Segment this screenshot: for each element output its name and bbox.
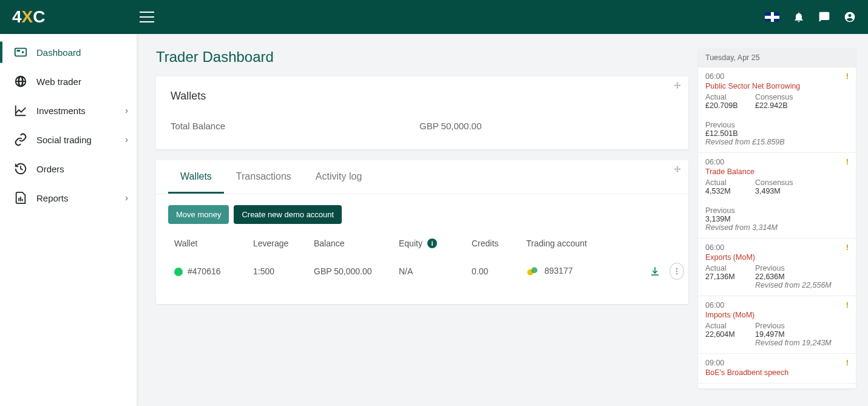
event-metric-value: 22,636M (755, 272, 832, 281)
total-balance-label: Total Balance (171, 121, 419, 131)
svg-point-10 (676, 273, 677, 274)
move-card-icon[interactable] (673, 81, 682, 93)
more-actions-icon[interactable] (670, 263, 684, 280)
event-metric-label: Consensus (755, 178, 794, 187)
event-metric-label: Actual (705, 93, 744, 101)
status-dot-icon (174, 268, 183, 276)
create-demo-account-button[interactable]: Create new demo account (234, 205, 342, 224)
calendar-event[interactable]: 12:55!Redbook Index (YoY)Previous1.1% (698, 384, 856, 388)
download-icon[interactable] (648, 263, 662, 280)
calendar-event[interactable]: 06:00!Exports (MoM)Actual27,136MPrevious… (698, 239, 856, 296)
cell-wallet: #470616 (174, 266, 253, 276)
tab-activity-log[interactable]: Activity log (303, 160, 374, 194)
event-time: 06:00 (705, 243, 724, 252)
sidebar-item-orders[interactable]: Orders (0, 154, 137, 183)
topbar-right (765, 11, 856, 23)
report-icon (13, 191, 28, 205)
page-title: Trader Dashboard (156, 49, 688, 66)
event-metric-value: 27,136M (705, 272, 744, 281)
event-metric: Actual4,532M (705, 178, 744, 195)
importance-icon: ! (846, 301, 849, 310)
event-metric-label: Actual (705, 264, 744, 272)
tab-transactions[interactable]: Transactions (224, 160, 303, 194)
th-leverage: Leverage (253, 239, 314, 248)
event-metric: Actual22,604M (705, 322, 744, 347)
event-time: 06:00 (705, 158, 724, 166)
info-icon[interactable]: i (427, 239, 437, 248)
event-metric-label: Consensus (755, 93, 794, 101)
event-metric-value: 19,497M (755, 330, 832, 339)
content-area: Trader Dashboard Wallets Total Balance G… (137, 34, 868, 406)
wallets-summary-card: Wallets Total Balance GBP 50,000.00 (156, 76, 688, 149)
event-metric-value: £22.942B (755, 101, 794, 110)
event-metric-value: £20.709B (705, 101, 744, 110)
wallets-tabs-card: Wallets Transactions Activity log Move m… (156, 160, 688, 304)
sidebar-item-investments[interactable]: Investments› (0, 96, 137, 125)
calendar-event[interactable]: 06:00!Trade BalanceActual4,532MConsensus… (698, 153, 856, 239)
svg-point-9 (676, 271, 677, 272)
table-header: Wallet Leverage Balance Equity i Credits… (168, 234, 676, 257)
sidebar-item-reports[interactable]: Reports› (0, 183, 137, 212)
importance-icon: ! (846, 72, 849, 81)
sidebar-item-label: Reports (36, 193, 69, 203)
account-icon[interactable] (844, 11, 856, 23)
chevron-right-icon: › (125, 193, 128, 203)
svg-rect-3 (18, 198, 19, 201)
svg-rect-4 (20, 197, 21, 201)
table-row: #4706161:500GBP 50,000.00N/A0.00893177 (168, 257, 676, 286)
event-metric-revised: Revised from 19,243M (755, 339, 832, 347)
event-metric-label: Previous (705, 206, 778, 215)
sidebar-item-dashboard[interactable]: Dashboard (0, 38, 137, 67)
sidebar-item-label: Investments (36, 106, 86, 116)
cell-trading-account: 893177 (526, 265, 648, 277)
chat-icon[interactable] (818, 11, 830, 23)
tabs: Wallets Transactions Activity log (156, 160, 688, 194)
menu-toggle-icon[interactable] (140, 12, 154, 22)
move-money-button[interactable]: Move money (168, 205, 229, 224)
notifications-icon[interactable] (793, 11, 805, 23)
event-metric: Previous19,497MRevised from 19,243M (755, 322, 832, 347)
move-card-icon[interactable] (673, 165, 682, 177)
calendar-event[interactable]: 09:00!BoE's Broadbent speech (698, 354, 856, 384)
svg-rect-0 (15, 49, 26, 56)
link-icon (13, 133, 28, 146)
event-time: 06:00 (705, 72, 724, 81)
event-metric: Previous3,139MRevised from 3,314M (705, 206, 778, 232)
event-metric: Actual£20.709B (705, 93, 744, 110)
svg-point-7 (531, 267, 537, 273)
event-metric-revised: Revised from £15.859B (705, 138, 785, 146)
sidebar-item-web-trader[interactable]: Web trader (0, 67, 137, 96)
event-metric-value: 3,493M (755, 187, 794, 195)
event-metric-value: 3,139M (705, 215, 778, 223)
tab-wallets[interactable]: Wallets (168, 160, 224, 194)
event-title: Imports (MoM) (705, 311, 849, 319)
svg-point-8 (676, 268, 677, 269)
event-time: 06:00 (705, 301, 724, 310)
event-metric-value: £12.501B (705, 129, 785, 138)
event-metric-label: Previous (755, 264, 832, 272)
calendar-event[interactable]: 06:00!Imports (MoM)Actual22,604MPrevious… (698, 296, 856, 354)
sidebar-item-social-trading[interactable]: Social trading› (0, 125, 137, 154)
language-flag-icon[interactable] (765, 12, 779, 22)
total-balance-value: GBP 50,000.00 (419, 121, 481, 131)
economic-calendar-panel: Tuesday, Apr 25 06:00!Public Sector Net … (698, 49, 856, 388)
th-wallet: Wallet (174, 239, 253, 248)
th-credits: Credits (472, 239, 526, 248)
cell-balance: GBP 50,000.00 (314, 266, 399, 276)
svg-point-2 (22, 51, 24, 53)
event-metric: Previous22,636MRevised from 22,556M (755, 264, 832, 289)
brand-logo[interactable]: 4XC (12, 7, 134, 27)
event-metric-label: Previous (705, 121, 785, 129)
cell-equity: N/A (399, 266, 472, 276)
importance-icon: ! (846, 243, 849, 252)
sidebar-item-label: Dashboard (36, 47, 81, 58)
event-title: Exports (MoM) (705, 253, 849, 262)
importance-icon: ! (846, 158, 849, 166)
chart-line-icon (13, 104, 28, 117)
event-metric-label: Actual (705, 178, 744, 187)
th-trading-account: Trading account (526, 239, 648, 248)
calendar-date-header: Tuesday, Apr 25 (698, 49, 856, 67)
calendar-event[interactable]: 06:00!Public Sector Net BorrowingActual£… (698, 67, 856, 153)
top-bar: 4XC (0, 0, 868, 34)
event-metric: Actual27,136M (705, 264, 744, 289)
